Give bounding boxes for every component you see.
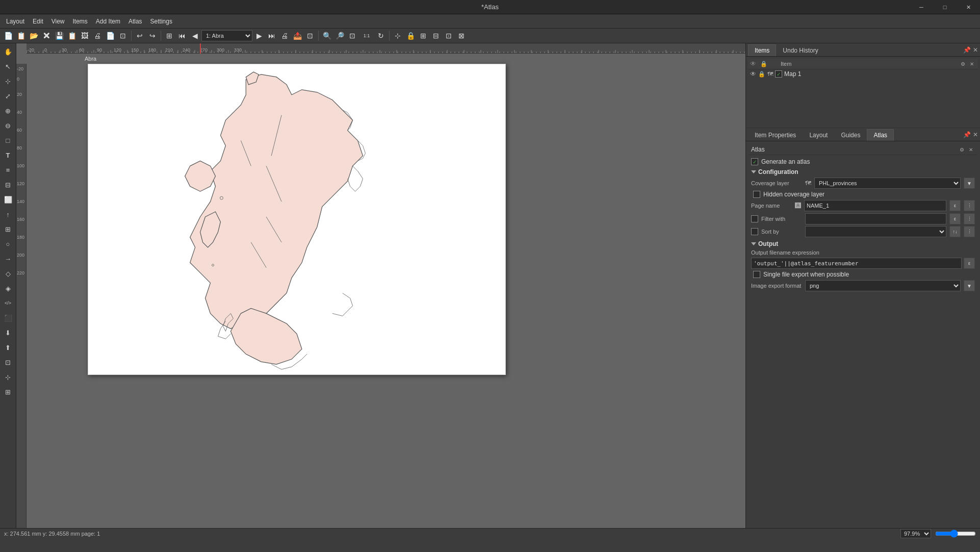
atlas-close-button[interactable]: ✕ [967,145,975,154]
filter-with-input[interactable] [805,213,946,224]
filter-with-button[interactable]: ε [949,213,961,224]
refresh-button[interactable]: ↻ [375,30,387,42]
filter-with-edit-button[interactable]: ⋮ [964,213,975,224]
page-name-edit-button[interactable]: ⋮ [964,200,975,211]
item-row[interactable]: 👁 🔒 🗺 Map 1 [748,69,978,79]
export-pdf-button[interactable]: 📄 [104,30,116,42]
item-lock-toggle[interactable]: 🔒 [758,70,765,78]
add-table-tool[interactable]: ⊞ [1,222,15,236]
atlas-first-button[interactable]: ⏮ [176,30,188,42]
items-options-button[interactable]: ⚙ [959,60,967,68]
coverage-layer-button[interactable]: ▼ [964,178,975,189]
sort-by-button[interactable]: ↑↓ [949,226,961,237]
panel-pin-button[interactable]: 📌 [963,46,971,54]
generate-atlas-checkbox[interactable] [751,158,758,165]
sort-by-edit-button[interactable]: ⋮ [964,226,975,237]
item-checkbox[interactable] [775,70,782,78]
zoom-slider[interactable] [935,530,976,538]
items-close-button[interactable]: ✕ [968,60,976,68]
lower-tool[interactable]: ⬇ [1,325,15,340]
output-filename-expr-button[interactable]: ε [964,258,975,269]
open-templates-button[interactable]: 📋 [15,30,27,42]
menu-atlas[interactable]: Atlas [124,16,146,27]
save-button[interactable]: 💾 [53,30,65,42]
select-tool[interactable]: ↖ [1,59,15,73]
raise-tool[interactable]: ⬆ [1,340,15,355]
page-name-expr-button[interactable]: ε [949,200,961,211]
distribute-button[interactable]: ⊟ [430,30,442,42]
tab-undo-history[interactable]: Undo History [776,44,824,56]
map-canvas-area[interactable]: Abra [27,54,745,528]
menu-edit[interactable]: Edit [29,16,47,27]
hidden-coverage-checkbox[interactable] [753,191,760,198]
add-scalebar-tool[interactable]: ⊟ [1,178,15,192]
output-toggle[interactable] [751,242,756,245]
zoom-full-button[interactable]: ⊡ [346,30,358,42]
lock-button[interactable]: 🔒 [404,30,417,42]
group-tool[interactable]: ⊡ [1,355,15,369]
add-node-tool[interactable]: ◇ [1,266,15,281]
sort-by-checkbox[interactable] [751,228,758,235]
image-format-combo[interactable]: png jpg tiff bmp [805,280,961,291]
zoom-combo[interactable]: 97.9% 25% 50% 75% 100% 150% 200% [900,529,931,538]
tab-layout[interactable]: Layout [803,129,834,141]
menu-items[interactable]: Items [69,16,92,27]
menu-layout[interactable]: Layout [2,16,29,27]
align-button[interactable]: ⊞ [417,30,429,42]
props-pin-button[interactable]: 📌 [963,131,971,138]
tab-guides[interactable]: Guides [834,129,867,141]
atlas-next-button[interactable]: ▶ [253,30,265,42]
zoom-in-tool[interactable]: ⊕ [1,104,15,118]
item-visibility-toggle[interactable]: 👁 [750,70,756,78]
html-frame-tool[interactable]: </> [1,296,15,310]
sort-by-combo[interactable] [805,226,946,237]
zoom-in-button[interactable]: 🔍 [321,30,333,42]
tab-item-properties[interactable]: Item Properties [748,129,803,141]
panel-close-button[interactable]: ✕ [973,46,978,54]
resize2-button[interactable]: ⊠ [455,30,468,42]
print2-button[interactable]: 🖨 [278,30,291,42]
atlas-prev-button[interactable]: ◀ [189,30,201,42]
maximize-button[interactable]: □ [933,0,957,14]
pan-tool[interactable]: ✋ [1,44,15,59]
filter-with-checkbox[interactable] [751,215,758,222]
atlas-options-button[interactable]: ⚙ [958,145,966,154]
coverage-layer-combo[interactable]: PHL_provinces [814,178,961,189]
map-page[interactable] [88,64,506,375]
save-as-button[interactable]: 📋 [66,30,78,42]
page-name-input[interactable] [804,200,946,211]
print-button[interactable]: 🖨 [91,30,104,42]
open-button[interactable]: 📂 [28,30,40,42]
undo-button[interactable]: ↩ [134,30,146,42]
guides-tool[interactable]: ⊞ [1,385,15,399]
output-filename-input[interactable] [751,258,962,269]
select2-tool[interactable]: ⊹ [1,74,15,88]
add-north-tool[interactable]: ↑ [1,207,15,221]
snap-button[interactable]: ⊹ [392,30,404,42]
page-props-tool[interactable]: ⬛ [1,311,15,325]
close-button[interactable]: ✕ [957,0,980,14]
atlas-last-button[interactable]: ⏭ [266,30,278,42]
atlas-combo[interactable]: 1: Abra [201,30,252,41]
single-file-checkbox[interactable] [753,271,760,278]
props-close-button[interactable]: ✕ [973,131,978,138]
add-picture-tool[interactable]: ⬜ [1,192,15,207]
extra-btn[interactable]: ⊡ [117,30,129,42]
add-arrow-tool[interactable]: → [1,252,15,266]
snap-tool[interactable]: ⊹ [1,370,15,384]
configuration-toggle[interactable] [751,170,756,173]
edit-node-tool[interactable]: ◈ [1,281,15,295]
export-image-button[interactable]: 🖼 [79,30,91,42]
minimize-button[interactable]: ─ [910,0,933,14]
new-button[interactable]: 📄 [2,30,14,42]
export2-button[interactable]: 📤 [291,30,303,42]
tab-atlas[interactable]: Atlas [867,129,894,141]
extra2-button[interactable]: ⊡ [304,30,316,42]
menu-settings[interactable]: Settings [146,16,176,27]
redo-button[interactable]: ↪ [146,30,159,42]
add-shape-tool[interactable]: ○ [1,237,15,251]
atlas-settings-button[interactable]: ⊞ [163,30,175,42]
add-label-tool[interactable]: T [1,148,15,162]
add-legend-tool[interactable]: ≡ [1,163,15,177]
zoom-out-tool[interactable]: ⊖ [1,118,15,133]
